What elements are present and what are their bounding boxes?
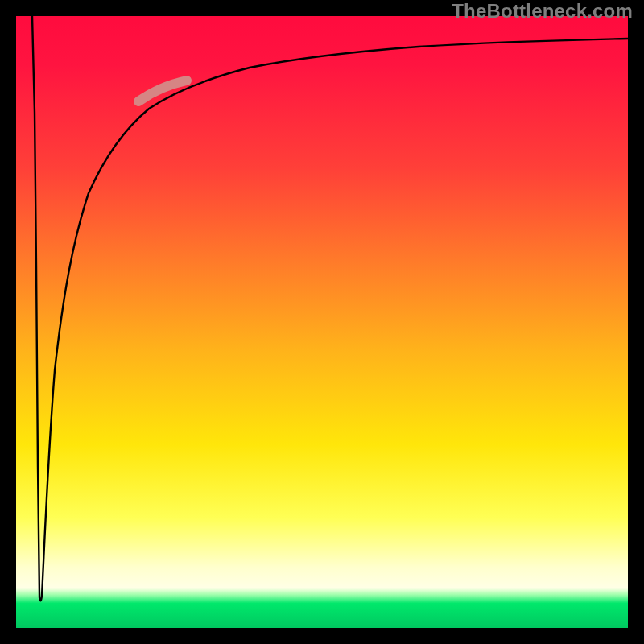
curve-main [32, 16, 628, 601]
chart-root: TheBottleneck.com [0, 0, 644, 644]
curve-svg [16, 16, 628, 628]
watermark-text: TheBottleneck.com [452, 0, 633, 23]
plot-area [16, 16, 628, 628]
